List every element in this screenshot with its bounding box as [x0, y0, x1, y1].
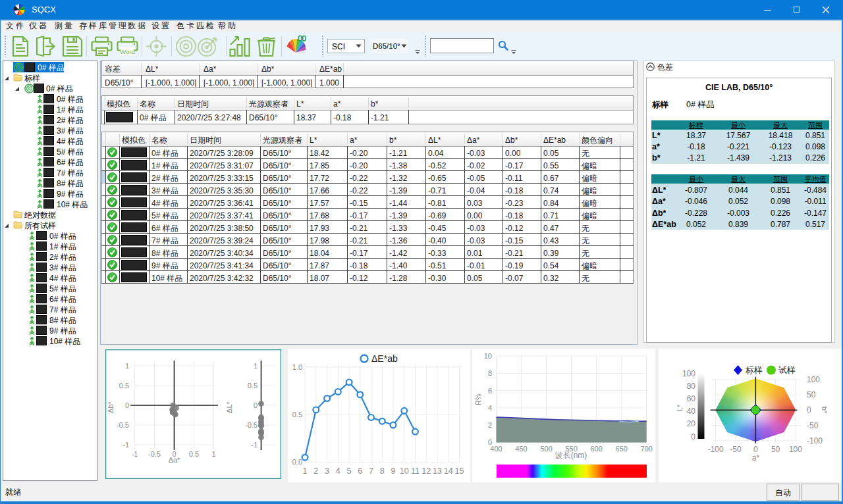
- svg-text:1: 1: [303, 466, 308, 476]
- svg-text:0.0: 0.0: [292, 458, 302, 466]
- svg-text:-50: -50: [807, 421, 819, 430]
- svg-text:a*: a*: [752, 453, 760, 463]
- svg-text:6: 6: [488, 387, 492, 395]
- svg-text:-0.5: -0.5: [245, 421, 258, 429]
- svg-text:1: 1: [211, 450, 215, 458]
- svg-text:100: 100: [789, 445, 802, 454]
- svg-text:1: 1: [125, 362, 129, 370]
- svg-text:15: 15: [455, 466, 464, 476]
- svg-text:标样: 标样: [746, 365, 763, 375]
- svg-text:-0.5: -0.5: [117, 421, 129, 429]
- svg-text:0: 0: [691, 432, 695, 441]
- svg-text:8: 8: [488, 369, 492, 377]
- svg-text:0.5: 0.5: [119, 382, 129, 390]
- svg-text:4: 4: [336, 466, 340, 476]
- svg-text:0.5: 0.5: [292, 411, 302, 418]
- svg-text:50: 50: [771, 445, 780, 454]
- svg-text:9: 9: [391, 466, 396, 476]
- svg-text:-1: -1: [132, 450, 138, 458]
- svg-text:650: 650: [616, 445, 628, 453]
- svg-text:b*: b*: [821, 407, 829, 414]
- svg-text:100: 100: [682, 369, 695, 378]
- svg-text:100: 100: [807, 375, 820, 384]
- svg-text:2: 2: [313, 466, 318, 476]
- svg-text:0: 0: [488, 438, 492, 446]
- svg-text:7: 7: [369, 466, 373, 476]
- svg-text:Δb*: Δb*: [107, 401, 115, 413]
- svg-text:0: 0: [254, 401, 258, 409]
- svg-text:11: 11: [411, 466, 420, 476]
- svg-text:700: 700: [641, 445, 653, 453]
- svg-text:-100: -100: [807, 436, 823, 445]
- svg-text:0: 0: [125, 401, 129, 409]
- svg-text:12: 12: [422, 466, 431, 476]
- svg-text:20: 20: [687, 419, 696, 428]
- svg-text:1.0: 1.0: [292, 363, 302, 371]
- svg-text:450: 450: [515, 445, 527, 453]
- svg-text:600: 600: [590, 445, 602, 453]
- svg-text:ΔL*: ΔL*: [225, 401, 233, 413]
- svg-text:-1: -1: [251, 441, 258, 449]
- svg-text:3: 3: [325, 466, 329, 476]
- svg-text:14: 14: [444, 466, 453, 476]
- svg-text:6: 6: [358, 466, 362, 476]
- svg-text:-0.5: -0.5: [148, 450, 161, 458]
- svg-text:波长(nm): 波长(nm): [555, 451, 587, 460]
- svg-text:试样: 试样: [778, 365, 796, 375]
- svg-text:13: 13: [433, 466, 442, 476]
- svg-text:ΔE*ab: ΔE*ab: [371, 353, 398, 364]
- svg-text:10: 10: [400, 466, 409, 476]
- svg-text:5: 5: [347, 466, 352, 476]
- svg-text:2: 2: [488, 421, 492, 429]
- svg-text:40: 40: [687, 407, 696, 416]
- svg-text:R%: R%: [474, 393, 482, 405]
- svg-text:Word: Word: [120, 48, 135, 55]
- svg-text:50: 50: [807, 390, 816, 399]
- svg-text:L*: L*: [676, 404, 684, 411]
- svg-text:500: 500: [540, 445, 552, 453]
- svg-text:80: 80: [687, 382, 696, 391]
- svg-text:0: 0: [753, 445, 758, 454]
- svg-text:400: 400: [490, 445, 502, 453]
- svg-text:-1: -1: [122, 441, 129, 449]
- svg-text:4: 4: [488, 404, 492, 412]
- svg-text:60: 60: [687, 394, 696, 403]
- svg-text:0: 0: [807, 405, 811, 415]
- svg-text:10: 10: [484, 352, 492, 360]
- svg-text:8: 8: [380, 466, 385, 476]
- svg-text:-50: -50: [730, 445, 742, 454]
- svg-text:Δa*: Δa*: [169, 456, 180, 464]
- svg-text:0.5: 0.5: [189, 450, 199, 458]
- svg-text:0.5: 0.5: [248, 382, 258, 390]
- svg-text:1: 1: [254, 362, 258, 370]
- svg-text:-100: -100: [708, 445, 724, 454]
